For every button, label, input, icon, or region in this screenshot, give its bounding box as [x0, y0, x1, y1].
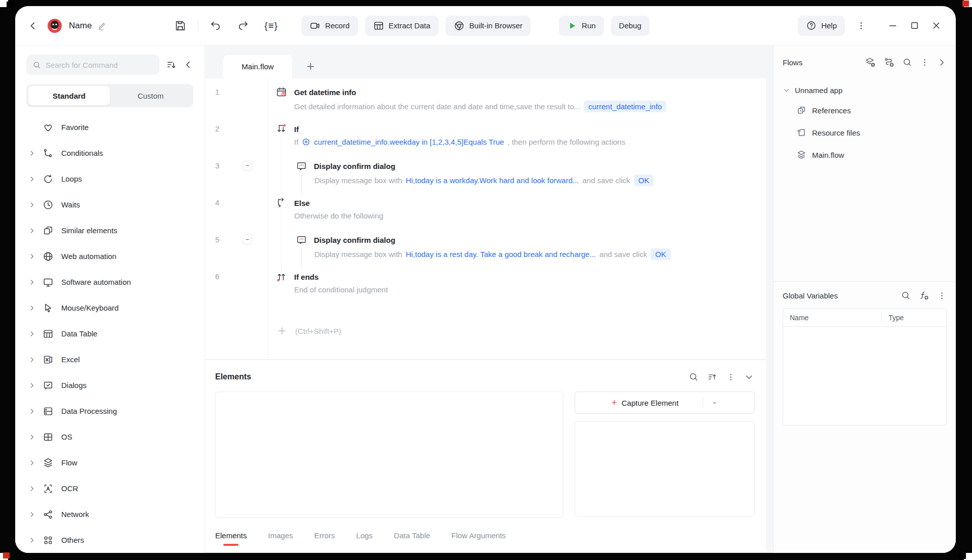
add-variable-button[interactable]	[918, 290, 929, 301]
debug-button[interactable]: Debug	[611, 16, 650, 36]
help-button[interactable]: Help	[798, 16, 845, 36]
sidebar-item-conditionals[interactable]: Conditionals	[15, 140, 205, 166]
add-app-button[interactable]	[883, 57, 895, 68]
undo-button[interactable]	[210, 20, 222, 32]
sidebar-item-label: Conditionals	[61, 149, 103, 157]
sidebar-item-ocr[interactable]: OCR	[15, 476, 205, 501]
elements-sort-button[interactable]	[707, 372, 717, 382]
tab-standard[interactable]: Standard	[28, 86, 110, 105]
heart-icon	[43, 122, 54, 133]
sidebar-item-similar-elements[interactable]: Similar elements	[15, 218, 205, 243]
command-search[interactable]	[26, 55, 159, 75]
code-view-button[interactable]: {≡}	[264, 20, 278, 31]
elements-list-box[interactable]	[215, 392, 563, 518]
command-categories: Favorite Conditionals Loops Waits	[15, 114, 205, 553]
screen-artifact	[3, 552, 10, 558]
tab-data-table[interactable]: Data Table	[394, 526, 430, 546]
step-description: and save click	[599, 250, 647, 259]
sidebar-item-network[interactable]: Network	[15, 501, 205, 527]
sidebar-item-excel[interactable]: Excel	[15, 347, 205, 372]
elements-more-button[interactable]	[726, 372, 736, 382]
step-if-ends[interactable]: If ends End of conditional judgment	[268, 270, 766, 307]
step-gutter: 1 2 3− 4 5− 6	[205, 78, 268, 359]
sidebar-item-waits[interactable]: Waits	[15, 192, 205, 218]
sidebar-item-favorite[interactable]: Favorite	[15, 114, 205, 140]
save-button[interactable]	[174, 19, 187, 32]
maximize-button[interactable]	[909, 20, 920, 31]
tree-item-references[interactable]: References	[783, 99, 947, 121]
global-variables-table[interactable]: Name Type	[783, 308, 947, 425]
elements-collapse-button[interactable]	[744, 372, 754, 382]
step-get-datetime-info[interactable]: Get datetime info Get detailed informati…	[268, 85, 766, 122]
step-else[interactable]: Else Otherwise do the following	[268, 196, 766, 233]
step-display-confirm-dialog-1[interactable]: Display confirm dialog Display message b…	[268, 159, 766, 196]
ok-value-pill[interactable]: OK	[634, 175, 654, 186]
sidebar-item-loops[interactable]: Loops	[15, 166, 205, 192]
apps-grid-icon	[43, 535, 54, 546]
sidebar-item-software-automation[interactable]: Software automation	[15, 269, 205, 295]
run-button[interactable]: Run	[559, 16, 604, 36]
collapse-panel-button[interactable]	[937, 58, 947, 67]
step-display-confirm-dialog-2[interactable]: Display confirm dialog Display message b…	[268, 233, 766, 270]
sidebar-item-label: Dialogs	[61, 381, 87, 390]
tab-errors[interactable]: Errors	[314, 526, 335, 546]
ok-value-pill[interactable]: OK	[651, 248, 671, 260]
extract-data-button[interactable]: Extract Data	[365, 16, 439, 36]
sidebar-item-flow[interactable]: Flow	[15, 450, 205, 476]
sidebar-item-data-processing[interactable]: Data Processing	[15, 398, 205, 424]
add-flow-tab-button[interactable]	[305, 61, 316, 72]
elements-search-button[interactable]	[688, 372, 699, 382]
back-button[interactable]	[27, 20, 38, 31]
dialog-message-text[interactable]: Hi,today is a rest day. Take a good brea…	[406, 250, 596, 259]
tree-item-resource-files[interactable]: Resource files	[783, 121, 947, 144]
flow-name[interactable]: Name	[69, 21, 92, 31]
tab-flow-arguments[interactable]: Flow Arguments	[452, 526, 506, 546]
tab-elements[interactable]: Elements	[215, 526, 247, 546]
collapse-block-button[interactable]: −	[242, 161, 252, 170]
sidebar-item-dialogs[interactable]: Dialogs	[15, 372, 205, 398]
capture-element-button[interactable]: + Capture Element	[575, 392, 755, 414]
chevron-right-icon	[28, 305, 35, 312]
builtin-browser-button[interactable]: Built-in Browser	[446, 16, 531, 36]
minimize-icon	[887, 20, 898, 31]
sidebar-item-others[interactable]: Others	[15, 527, 205, 553]
sort-commands-button[interactable]	[166, 60, 177, 70]
flows-more-button[interactable]	[920, 58, 929, 67]
step-if[interactable]: If If current_datetime_info.weekday in […	[268, 122, 766, 159]
tab-logs[interactable]: Logs	[356, 526, 373, 546]
collapse-block-button[interactable]: −	[242, 235, 252, 244]
caret-down-icon[interactable]	[711, 400, 718, 406]
add-flow-button[interactable]	[865, 57, 876, 68]
close-icon	[931, 20, 942, 31]
references-icon	[796, 105, 806, 115]
variables-search-button[interactable]	[901, 290, 911, 300]
add-step-button[interactable]: (Ctrl+Shift+P)	[268, 325, 766, 336]
sidebar-item-web-automation[interactable]: Web automation	[15, 243, 205, 269]
flows-search-button[interactable]	[902, 57, 912, 67]
minimize-button[interactable]	[887, 20, 898, 31]
sidebar-item-mouse-keyboard[interactable]: Mouse/Keyboard	[15, 295, 205, 321]
condition-expression[interactable]: current_datetime_info.weekday in [1,2,3,…	[314, 138, 504, 146]
element-preview-box[interactable]	[575, 421, 755, 516]
dialog-message-text[interactable]: Hi,today is a workday.Work hard and look…	[406, 176, 579, 185]
tab-images[interactable]: Images	[268, 526, 293, 546]
variable-pill[interactable]: current_datetime_info	[584, 101, 666, 112]
tab-main-flow[interactable]: Main.flow	[223, 55, 292, 78]
tree-item-main-flow[interactable]: Main.flow	[783, 144, 947, 166]
tree-item-label: Unnamed app	[795, 86, 842, 95]
record-button[interactable]: Record	[301, 16, 357, 36]
command-search-input[interactable]	[46, 61, 153, 69]
redo-button[interactable]	[237, 20, 249, 32]
tree-item-unnamed-app[interactable]: Unnamed app	[783, 81, 947, 99]
step-title: If ends	[294, 273, 318, 281]
variables-more-button[interactable]	[937, 291, 947, 300]
elements-panel: Elements + Capture Element	[205, 359, 766, 553]
more-menu-button[interactable]	[856, 21, 866, 31]
sidebar-item-os[interactable]: OS	[15, 424, 205, 450]
sidebar-item-data-table[interactable]: Data Table	[15, 321, 205, 347]
rename-button[interactable]	[97, 21, 107, 31]
tab-custom[interactable]: Custom	[110, 86, 191, 105]
titlebar: Name {≡} Record Extract Data Built-in Br…	[15, 6, 956, 46]
collapse-sidebar-button[interactable]	[183, 60, 193, 70]
close-button[interactable]	[931, 20, 942, 31]
